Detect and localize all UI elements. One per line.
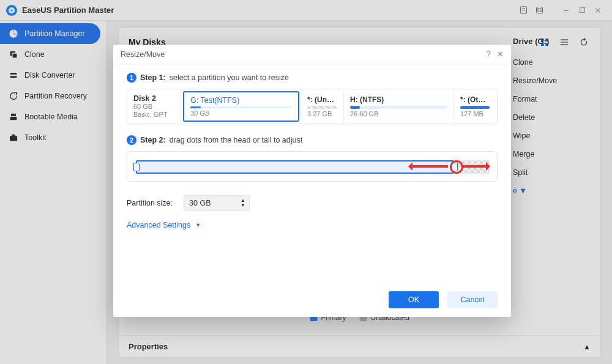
usage-bar-icon xyxy=(190,106,292,108)
hint-circle-icon xyxy=(450,160,463,174)
help-icon[interactable]: ? xyxy=(487,50,491,59)
ok-button[interactable]: OK xyxy=(389,291,439,308)
disk-type: Basic, GPT xyxy=(133,111,174,119)
dialog-title: Resize/Move xyxy=(121,50,165,59)
partition-other[interactable]: *: (Oth… 127 MB xyxy=(454,89,496,124)
usage-bar-icon xyxy=(350,106,447,109)
partition-unallocated-1[interactable]: *: (Unallo… 3.27 GB xyxy=(301,89,344,124)
resize-slider[interactable] xyxy=(127,151,498,182)
disk-overview: Disk 2 60 GB Basic, GPT G: Test(NTFS) 30… xyxy=(127,89,498,124)
disk-size: 60 GB xyxy=(133,103,174,111)
partition-size: 127 MB xyxy=(460,110,490,117)
step1-text: select a partition you want to resize xyxy=(170,73,289,82)
step-down-icon[interactable]: ▼ xyxy=(241,203,245,208)
partition-name: H: (NTFS) xyxy=(350,95,447,104)
partition-selected[interactable]: G: Test(NTFS) 30 GB xyxy=(183,91,299,122)
partition-size-value: 30 GB xyxy=(189,199,211,207)
cancel-button[interactable]: Cancel xyxy=(447,291,498,308)
hint-arrow-right-icon xyxy=(463,165,488,168)
partition-size: 30 GB xyxy=(190,110,292,117)
step2-key: Step 2: xyxy=(140,136,166,144)
partition-h[interactable]: H: (NTFS) 26.60 GB xyxy=(344,89,454,124)
advanced-settings-toggle[interactable]: Advanced Settings ▼ xyxy=(127,221,498,229)
partition-size: 3.27 GB xyxy=(307,110,337,117)
usage-bar-icon xyxy=(307,106,337,109)
partition-size-stepper[interactable]: 30 GB ▲ ▼ xyxy=(184,195,250,211)
step2-text: drag dots from the head or tail to adjus… xyxy=(170,136,303,144)
step1-badge: 1 xyxy=(127,73,136,83)
advanced-settings-label: Advanced Settings xyxy=(127,221,190,229)
partition-name: G: Test(NTFS) xyxy=(190,96,292,105)
step2-badge: 2 xyxy=(127,135,136,145)
resize-move-dialog: Resize/Move ? ✕ 1 Step 1: select a parti… xyxy=(113,45,511,317)
partition-name: *: (Unallo… xyxy=(307,95,337,104)
disk-info: Disk 2 60 GB Basic, GPT xyxy=(127,89,181,124)
partition-name: *: (Oth… xyxy=(460,95,490,104)
partition-size: 26.60 GB xyxy=(350,110,447,117)
slider-handle-left[interactable] xyxy=(133,163,140,171)
step1-key: Step 1: xyxy=(140,73,166,82)
hint-arrow-left-icon xyxy=(410,165,448,168)
chevron-down-icon: ▼ xyxy=(195,222,201,228)
disk-name: Disk 2 xyxy=(133,94,174,103)
close-icon[interactable]: ✕ xyxy=(497,50,504,59)
partition-size-label: Partition size: xyxy=(127,199,173,207)
usage-bar-icon xyxy=(460,106,490,109)
dialog-titlebar: Resize/Move ? ✕ xyxy=(113,45,511,64)
